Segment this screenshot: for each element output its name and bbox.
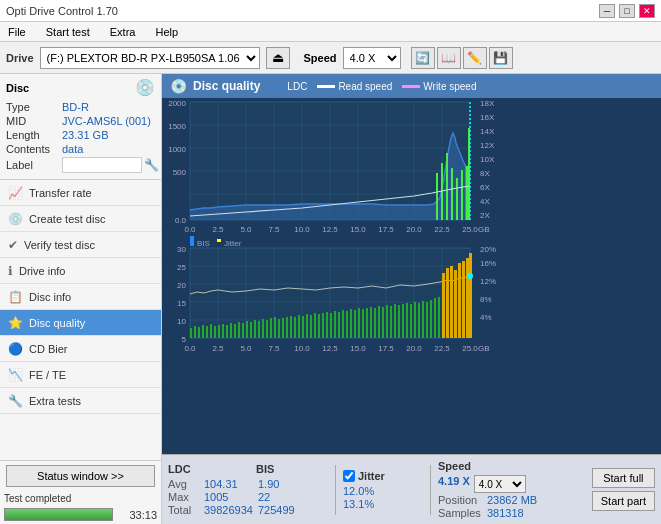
chart-svg: 2000 1500 1000 500 0.0 18X 16X 14X 12X 1… [162, 98, 661, 454]
svg-text:10X: 10X [480, 155, 495, 164]
menu-file[interactable]: File [4, 26, 30, 38]
drive-select[interactable]: (F:) PLEXTOR BD-R PX-LB950SA 1.06 [40, 47, 260, 69]
start-full-button[interactable]: Start full [592, 468, 655, 488]
svg-rect-115 [246, 321, 248, 338]
type-value: BD-R [62, 101, 89, 113]
legend-ldc-label: LDC [287, 81, 307, 92]
position-value: 23862 MB [487, 494, 537, 506]
svg-rect-156 [410, 304, 412, 338]
write-icon[interactable]: ✏️ [463, 47, 487, 69]
svg-rect-134 [322, 313, 324, 338]
svg-rect-58 [217, 239, 221, 242]
sidebar-item-cd-bier[interactable]: 🔵 CD Bier [0, 336, 161, 362]
svg-rect-159 [422, 301, 424, 338]
svg-text:0.0: 0.0 [175, 216, 187, 225]
svg-text:8X: 8X [480, 169, 490, 178]
svg-point-180 [467, 273, 473, 279]
chart-title: Disc quality [193, 79, 260, 93]
sidebar-item-disc-quality[interactable]: ⭐ Disc quality [0, 310, 161, 336]
svg-rect-113 [238, 322, 240, 338]
close-button[interactable]: ✕ [639, 4, 655, 18]
avg-speed: 4.19 X [438, 475, 470, 493]
svg-rect-179 [469, 253, 472, 338]
svg-rect-161 [430, 300, 432, 338]
svg-text:14X: 14X [480, 127, 495, 136]
menu-start-test[interactable]: Start test [42, 26, 94, 38]
svg-text:Jitter: Jitter [224, 239, 242, 248]
start-part-button[interactable]: Start part [592, 491, 655, 511]
progress-bar-inner [5, 509, 112, 520]
sidebar-item-create-test-disc[interactable]: 💿 Create test disc [0, 206, 161, 232]
sidebar-item-transfer-rate[interactable]: 📈 Transfer rate [0, 180, 161, 206]
svg-rect-150 [386, 305, 388, 338]
svg-text:7.5: 7.5 [268, 344, 280, 353]
svg-text:4X: 4X [480, 197, 490, 206]
sidebar-label-disc-quality: Disc quality [29, 317, 85, 329]
svg-rect-147 [374, 308, 376, 338]
stats-bar: LDC BIS Avg 104.31 1.90 Max 1005 22 Tota… [162, 454, 661, 524]
svg-text:12.5: 12.5 [322, 344, 338, 353]
svg-text:2.5: 2.5 [212, 344, 224, 353]
label-edit-icon[interactable]: 🔧 [144, 158, 159, 172]
speed-select[interactable]: 4.0 X1.0 X2.0 X6.0 X8.0 X [343, 47, 401, 69]
svg-rect-114 [242, 323, 244, 338]
sidebar-item-extra-tests[interactable]: 🔧 Extra tests [0, 388, 161, 414]
svg-text:18X: 18X [480, 99, 495, 108]
time-display: 33:13 [117, 509, 157, 521]
svg-rect-119 [262, 319, 264, 338]
menu-extra[interactable]: Extra [106, 26, 140, 38]
svg-rect-116 [250, 322, 252, 338]
sidebar-item-drive-info[interactable]: ℹ Drive info [0, 258, 161, 284]
maximize-button[interactable]: □ [619, 4, 635, 18]
svg-text:20%: 20% [480, 245, 496, 254]
svg-rect-128 [298, 315, 300, 338]
svg-text:2000: 2000 [168, 99, 186, 108]
svg-text:5: 5 [182, 335, 187, 344]
length-label: Length [6, 129, 62, 141]
svg-rect-160 [426, 302, 428, 338]
svg-rect-126 [290, 316, 292, 338]
read-icon[interactable]: 📖 [437, 47, 461, 69]
position-label: Position [438, 494, 483, 506]
svg-rect-141 [350, 309, 352, 338]
eject-button[interactable]: ⏏ [266, 47, 290, 69]
svg-rect-104 [202, 325, 204, 338]
max-label: Max [168, 491, 200, 503]
sidebar-item-disc-info[interactable]: 📋 Disc info [0, 284, 161, 310]
speed-select-stats[interactable]: 4.0 X2.0 X6.0 X [474, 475, 526, 493]
sidebar-label-fe-te: FE / TE [29, 369, 66, 381]
svg-rect-176 [458, 263, 461, 338]
status-window-button[interactable]: Status window >> [6, 465, 155, 487]
avg-label: Avg [168, 478, 200, 490]
svg-text:25.0: 25.0 [462, 225, 478, 234]
legend-write-speed: Write speed [402, 81, 476, 92]
menu-help[interactable]: Help [151, 26, 182, 38]
svg-rect-127 [294, 317, 296, 338]
samples-label: Samples [438, 507, 483, 519]
sidebar-label-disc-info: Disc info [29, 291, 71, 303]
status-text: Test completed [4, 493, 74, 504]
action-buttons: Start full Start part [592, 468, 655, 511]
refresh-icon[interactable]: 🔄 [411, 47, 435, 69]
svg-rect-106 [210, 324, 212, 338]
svg-rect-125 [286, 317, 288, 338]
sidebar-label-transfer-rate: Transfer rate [29, 187, 92, 199]
total-label: Total [168, 504, 200, 516]
svg-rect-107 [214, 326, 216, 338]
create-disc-icon: 💿 [8, 212, 23, 226]
avg-ldc: 104.31 [204, 478, 254, 490]
jitter-checkbox[interactable] [343, 470, 355, 482]
svg-rect-117 [254, 320, 256, 338]
save-icon[interactable]: 💾 [489, 47, 513, 69]
svg-text:20.0: 20.0 [406, 225, 422, 234]
sidebar-item-verify-test-disc[interactable]: ✔ Verify test disc [0, 232, 161, 258]
legend-ldc-color [266, 85, 284, 88]
drive-label: Drive [6, 52, 34, 64]
minimize-button[interactable]: ─ [599, 4, 615, 18]
svg-rect-110 [226, 325, 228, 338]
disc-quality-icon: ⭐ [8, 316, 23, 330]
label-input[interactable] [62, 157, 142, 173]
svg-rect-149 [382, 307, 384, 338]
sidebar-item-fe-te[interactable]: 📉 FE / TE [0, 362, 161, 388]
ldc-header: LDC [168, 463, 226, 475]
